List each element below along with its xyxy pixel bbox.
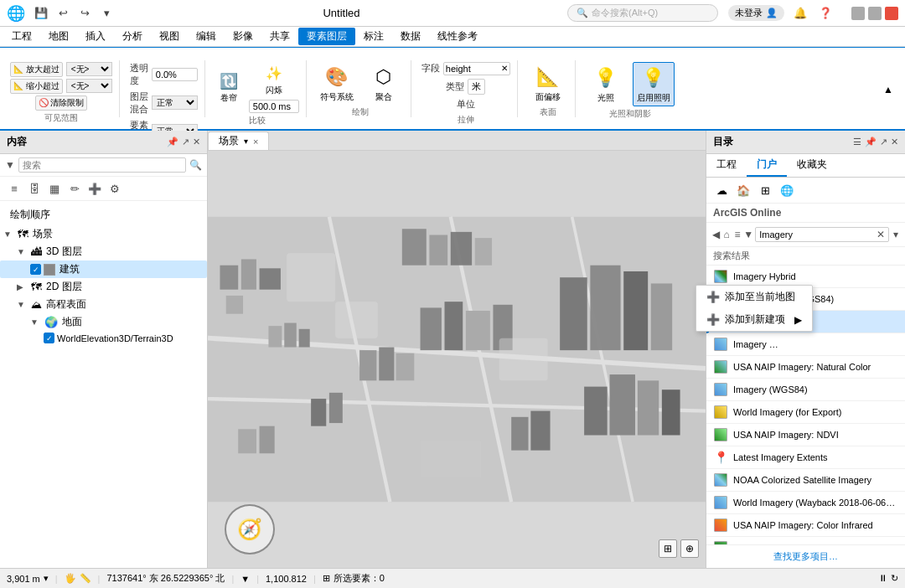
cat-home-nav-btn[interactable]: ⌂ xyxy=(722,225,732,244)
user-chip[interactable]: 未登录 👤 xyxy=(728,5,784,21)
measure-icon[interactable]: 📏 xyxy=(80,573,91,584)
cat-item-imagery3[interactable]: Imagery … xyxy=(706,333,905,356)
menu-charu[interactable]: 插入 xyxy=(77,28,114,45)
cat-cloud-icon[interactable]: ☁ xyxy=(711,180,732,200)
cat-cloud2-icon[interactable]: 🌐 xyxy=(777,180,797,200)
settings-icon[interactable]: ⚙ xyxy=(106,179,124,198)
cat-item-wayback[interactable]: World Imagery (Wayback 2018-06-06… xyxy=(706,492,905,514)
ctx-add-new[interactable]: ➕ 添加到新建项 ▶ xyxy=(696,308,812,331)
menu-biaozhu[interactable]: 标注 xyxy=(355,28,392,45)
3d-layers-arrow[interactable]: ▼ xyxy=(17,247,27,256)
maximize-button[interactable] xyxy=(868,7,882,20)
scene-tab[interactable]: 场景 ▾ × xyxy=(208,132,269,150)
catalog-tab-favorites[interactable]: 收藏夹 xyxy=(787,154,837,177)
scene-arrow[interactable]: ▼ xyxy=(3,230,13,239)
cat-more-btn[interactable]: 查找更多项目… xyxy=(706,544,905,568)
cat-item-noaa[interactable]: NOAA Colorized Satellite Imagery xyxy=(706,469,905,492)
catalog-tab-project[interactable]: 工程 xyxy=(706,154,747,177)
layer-tab-icon[interactable]: ≡ xyxy=(5,179,23,198)
notification-icon[interactable]: 🔔 xyxy=(791,4,809,23)
cat-search-btn[interactable]: ▾ xyxy=(891,225,900,244)
menu-fenxi[interactable]: 分析 xyxy=(114,28,151,45)
menu-shuju[interactable]: 数据 xyxy=(392,28,429,45)
enable-lighting-btn[interactable]: 💡 启用照明 xyxy=(633,62,675,106)
menu-ditu[interactable]: 地图 xyxy=(40,28,77,45)
cat-item-color-infrared[interactable]: USA NAIP Imagery: Color Infrared xyxy=(706,514,905,537)
cat-search-clear[interactable]: ✕ xyxy=(877,229,885,240)
cat-list-btn[interactable]: ≡ xyxy=(733,225,742,244)
3d-layers-item[interactable]: ▼ 🏙 3D 图层 xyxy=(0,243,207,260)
help-icon[interactable]: ❓ xyxy=(816,4,835,23)
global-search-bar[interactable]: 🔍 命令搜索(Alt+Q) xyxy=(567,4,718,22)
zoom-in-exceed-btn[interactable]: 📐 放大超过 xyxy=(10,62,63,77)
close-button[interactable] xyxy=(885,7,898,20)
zoom-in-dropdown[interactable]: <无> xyxy=(66,62,112,76)
catalog-close-icon[interactable]: ✕ xyxy=(891,137,898,147)
pin-icon[interactable]: 📌 xyxy=(167,137,178,147)
cat-item-world-export[interactable]: World Imagery (for Export) xyxy=(706,401,905,424)
lighting-btn[interactable]: 💡 光照 xyxy=(586,63,626,106)
transparency-input[interactable] xyxy=(152,68,198,81)
zoom-out-exceed-btn[interactable]: 📐 缩小超过 xyxy=(10,79,63,94)
cat-filter-btn[interactable]: ▼ xyxy=(743,225,753,244)
world-elevation-item[interactable]: ✓ WorldElevation3D/Terrain3D xyxy=(0,331,207,345)
edit-icon[interactable]: ✏ xyxy=(65,179,84,198)
menu-shitu[interactable]: 视图 xyxy=(151,28,188,45)
map-canvas[interactable]: 🧭 ⊞ ⊕ xyxy=(208,151,706,568)
map-navigator[interactable]: 🧭 xyxy=(225,504,275,554)
cat-home-icon[interactable]: 🏠 xyxy=(733,180,753,200)
roll-btn[interactable]: 🔃 卷帘 xyxy=(215,70,242,106)
panel-close-icon[interactable]: ✕ xyxy=(193,137,200,147)
catalog-menu-icon[interactable]: ☰ xyxy=(853,137,861,147)
scene-item[interactable]: ▼ 🗺 场景 xyxy=(0,225,207,243)
ground-arrow[interactable]: ▼ xyxy=(30,317,40,327)
selection-icon[interactable]: ▦ xyxy=(45,179,64,198)
pause-btn[interactable]: ⏸ xyxy=(878,573,887,584)
scene-tab-close[interactable]: × xyxy=(253,137,258,147)
scene-tab-dropdown[interactable]: ▾ xyxy=(244,137,248,146)
elevation-surface-item[interactable]: ▼ ⛰ 高程表面 xyxy=(0,296,207,313)
map-tool-selection[interactable]: ⊞ xyxy=(659,539,677,558)
scale-dropdown[interactable]: ▾ xyxy=(44,573,49,584)
cat-grid-icon[interactable]: ⊞ xyxy=(755,180,775,200)
map-tool-zoom[interactable]: ⊕ xyxy=(680,539,699,558)
aggregate-btn[interactable]: ⬡ 聚合 xyxy=(364,62,404,105)
menu-gongxiang[interactable]: 共享 xyxy=(261,28,298,45)
cat-item-latest-extents[interactable]: 📍 Latest Imagery Extents xyxy=(706,446,905,469)
face-offset-btn[interactable]: 📐 面偏移 xyxy=(528,62,568,105)
catalog-undock-icon[interactable]: ↗ xyxy=(880,137,887,147)
cat-item-usa-naip[interactable]: USA NAIP Imagery: Natural Color xyxy=(706,356,905,379)
catalog-search[interactable]: ✕ xyxy=(755,227,889,242)
clear-limit-btn[interactable]: 🚫 清除限制 xyxy=(35,95,88,111)
2d-layers-arrow[interactable]: ▶ xyxy=(17,282,27,291)
panel-undock-icon[interactable]: ↗ xyxy=(182,137,189,147)
world-elevation-checkbox[interactable]: ✓ xyxy=(44,333,54,343)
layer-blend-dropdown[interactable]: 正常 xyxy=(152,95,198,110)
ground-item[interactable]: ▼ 🌍 地面 xyxy=(0,313,207,331)
save-icon[interactable]: 💾 xyxy=(32,4,50,23)
2d-layers-item[interactable]: ▶ 🗺 2D 图层 xyxy=(0,278,207,296)
field-clear-btn[interactable]: ✕ xyxy=(501,64,508,73)
pan-icon[interactable]: 🖐 xyxy=(65,573,76,584)
draw-order-item[interactable]: 绘制顺序 xyxy=(7,206,200,224)
building-checkbox[interactable]: ✓ xyxy=(30,264,41,275)
menu-yingxiang[interactable]: 影像 xyxy=(225,28,261,45)
cat-item-mapillary[interactable]: Mapillary Oriented Imagery Catalo… xyxy=(706,537,905,544)
elevation-arrow[interactable]: ▼ xyxy=(17,300,27,309)
catalog-tab-portal[interactable]: 门户 xyxy=(747,154,787,177)
nav-circle[interactable]: 🧭 xyxy=(225,504,275,554)
zoom-out-dropdown[interactable]: <无> xyxy=(66,79,112,93)
catalog-search-input[interactable] xyxy=(759,230,875,240)
symbol-system-btn[interactable]: 🎨 符号系统 xyxy=(317,62,357,105)
flash-input[interactable] xyxy=(249,100,299,113)
cat-item-usa-ndvi[interactable]: USA NAIP Imagery: NDVI xyxy=(706,424,905,446)
add-icon[interactable]: ➕ xyxy=(85,179,104,198)
flash-btn[interactable]: ✨ 闪烁 xyxy=(261,62,287,98)
refresh-btn[interactable]: ↻ xyxy=(891,573,898,584)
ribbon-collapse-btn[interactable]: ▲ xyxy=(875,78,902,101)
undo-icon[interactable]: ↩ xyxy=(54,4,72,23)
building-layer-item[interactable]: ✓ 建筑 xyxy=(0,260,207,278)
menu-linear-ref[interactable]: 线性参考 xyxy=(429,28,486,45)
cat-item-imagery-wgs84[interactable]: Imagery (WGS84) xyxy=(706,379,905,401)
ctx-add-current-map[interactable]: ➕ 添加至当前地图 xyxy=(696,286,812,308)
